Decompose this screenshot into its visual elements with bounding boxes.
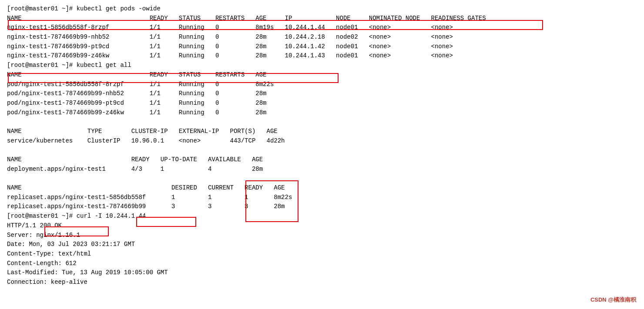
terminal-output: [root@master01 ~]# kubectl get pods -owi… bbox=[7, 4, 637, 287]
terminal-container: [root@master01 ~]# kubectl get pods -owi… bbox=[7, 4, 637, 287]
watermark: CSDN @橘淮南积 bbox=[590, 296, 636, 304]
